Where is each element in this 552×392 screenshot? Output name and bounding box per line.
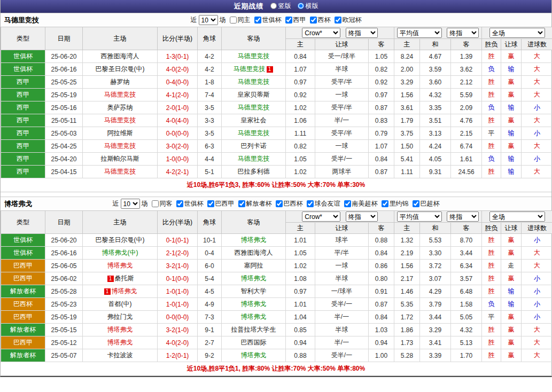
league-filter-checkbox[interactable] <box>276 200 283 207</box>
corner-cell: 4-5 <box>198 285 222 298</box>
goals-result-cell: 小 <box>522 153 552 166</box>
scope-select[interactable]: 全场 <box>489 211 545 222</box>
same-venue-checkbox[interactable] <box>152 200 159 207</box>
league-filter[interactable]: 欧冠杯 <box>335 15 362 25</box>
league-filter[interactable]: 球会友谊 <box>307 199 340 208</box>
corner-cell: 4-2 <box>198 50 222 63</box>
league-filter-checkbox[interactable] <box>307 200 314 207</box>
league-filter[interactable]: 世俱杯 <box>176 199 204 208</box>
same-venue-label: 同主 <box>238 15 251 25</box>
home-team[interactable]: 博塔弗戈 <box>83 336 158 349</box>
league-filter-checkbox[interactable] <box>207 200 214 207</box>
home-team: 赫罗纳 <box>83 76 158 89</box>
handicap-result-cell: 输 <box>501 153 522 166</box>
league-filter-checkbox[interactable] <box>344 200 351 207</box>
odds-final-select[interactable]: 终指 <box>346 211 378 222</box>
match-count-select[interactable]: 10 <box>121 199 140 209</box>
odds-source-select[interactable]: Crow* <box>302 211 340 222</box>
avg-away-cell: 6.48 <box>451 285 482 298</box>
league-filter-checkbox[interactable] <box>382 200 388 207</box>
league-filter[interactable]: 巴超杯 <box>413 199 440 208</box>
home-team[interactable]: 博塔弗戈 <box>83 260 158 272</box>
avg-home-cell: 2.00 <box>394 63 420 76</box>
avg-away-cell: 3.62 <box>451 63 482 76</box>
away-team[interactable]: 博塔弗戈 <box>222 311 286 324</box>
match-row: 世俱杯25-06-20西雅图海湾人1-3(0-1)4-2马德里竞技0.84受一/… <box>1 50 552 63</box>
view-mode-option[interactable]: 横版 <box>298 2 318 11</box>
near-label: 近 <box>113 199 119 208</box>
goals-result-cell: 小 <box>522 234 552 247</box>
league-filter[interactable]: 里约锦 <box>382 199 409 208</box>
handicap-result-cell: 输 <box>501 127 522 140</box>
away-team[interactable]: 马德里竞技 <box>222 76 286 89</box>
league-filter[interactable]: 南美超杯 <box>344 199 378 208</box>
league-filter-checkbox[interactable] <box>285 17 292 23</box>
away-team[interactable]: 博塔弗戈 <box>222 272 286 285</box>
league-filter[interactable]: 西杯 <box>310 15 331 25</box>
avg-final-select[interactable]: 终指 <box>447 211 479 222</box>
date-cell: 25-06-02 <box>45 272 83 285</box>
away-team[interactable]: 马德里竞技 <box>222 50 286 63</box>
handicap-cell: 受半/一 <box>315 349 369 362</box>
away-team[interactable]: 马德里竞技 <box>222 101 286 114</box>
result-cell: 胜 <box>482 324 501 336</box>
col-date: 日期 <box>45 27 83 50</box>
handicap-result-cell: 输 <box>501 285 522 298</box>
goals-result-cell: 大 <box>522 50 552 63</box>
odds-source-select[interactable]: Crow* <box>302 28 340 38</box>
odds-final-select[interactable]: 终指 <box>346 28 378 38</box>
odds-home-cell: 1.08 <box>286 272 315 285</box>
home-team[interactable]: 马德里竞技 <box>83 89 158 101</box>
home-team[interactable]: 马德里竞技 <box>83 140 158 153</box>
corner-cell: 5-4 <box>198 272 222 285</box>
avg-select[interactable]: 平均值 <box>397 28 442 38</box>
home-team[interactable]: 1博塔弗戈 <box>83 285 158 298</box>
league-filter[interactable]: 巴西杯 <box>276 199 303 208</box>
same-venue-filter[interactable]: 同客 <box>152 199 173 208</box>
league-filter[interactable]: 世俱杯 <box>254 15 282 25</box>
result-cell: 胜 <box>482 89 501 101</box>
match-row: 世俱杯25-06-16巴黎圣日尔曼(中)4-0(2-0)4-2马德里竞技11.0… <box>1 63 552 76</box>
corner-cell: 1-8 <box>198 76 222 89</box>
col-avg-draw: 和 <box>420 39 451 50</box>
league-filter[interactable]: 解放者杯 <box>238 199 272 208</box>
handicap-cell: 受平/半 <box>315 76 369 89</box>
league-filter[interactable]: 西甲 <box>285 15 306 25</box>
away-team[interactable]: 博塔弗戈 <box>222 298 286 311</box>
avg-select[interactable]: 平均值 <box>397 211 442 222</box>
view-mode-radio[interactable] <box>298 3 304 9</box>
same-venue-filter[interactable]: 同主 <box>230 15 251 25</box>
col-type: 类型 <box>1 27 45 50</box>
result-cell: 负 <box>482 101 501 114</box>
away-team[interactable]: 博塔弗戈 <box>222 234 286 247</box>
away-team[interactable]: 马德里竞技 <box>222 127 286 140</box>
away-team[interactable]: 马德里竞技 <box>222 153 286 166</box>
league-filter-checkbox[interactable] <box>254 17 261 23</box>
scope-select[interactable]: 全场 <box>489 28 545 38</box>
avg-draw-cell: 5.53 <box>420 234 451 247</box>
league-filter-checkbox[interactable] <box>310 17 317 23</box>
league-filter-checkbox[interactable] <box>238 200 245 207</box>
away-team: 巴列卡诺 <box>222 140 286 153</box>
home-team[interactable]: 博塔弗戈 <box>83 324 158 336</box>
view-mode-radio[interactable] <box>270 3 277 9</box>
home-team[interactable]: 马德里竞技 <box>83 114 158 127</box>
league-filter-checkbox[interactable] <box>176 200 183 207</box>
home-team[interactable]: 马德里竞技 <box>83 166 158 178</box>
home-team[interactable]: 博塔弗戈(中) <box>83 247 158 260</box>
col-avg-home: 主 <box>394 39 420 50</box>
away-team[interactable]: 博塔弗戈 <box>222 349 286 362</box>
same-venue-checkbox[interactable] <box>230 17 237 23</box>
avg-away-cell: 24.56 <box>451 166 482 178</box>
view-mode-option[interactable]: 竖版 <box>270 2 291 11</box>
filters-bar: 近 10 场 同客 世俱杯巴西甲解放者杯巴西杯球会友谊南美超杯里约锦巴超杯 <box>113 199 440 209</box>
league-filter-checkbox[interactable] <box>413 200 419 207</box>
away-team[interactable]: 马德里竞技1 <box>222 63 286 76</box>
handicap-cell: 一/球半 <box>315 285 369 298</box>
goals-result-cell: 大 <box>522 140 552 153</box>
avg-away-cell: 4.32 <box>451 324 482 336</box>
league-filter[interactable]: 巴西甲 <box>207 199 235 208</box>
avg-final-select[interactable]: 终指 <box>447 28 479 38</box>
league-filter-checkbox[interactable] <box>335 17 341 23</box>
match-count-select[interactable]: 10 <box>199 15 218 25</box>
